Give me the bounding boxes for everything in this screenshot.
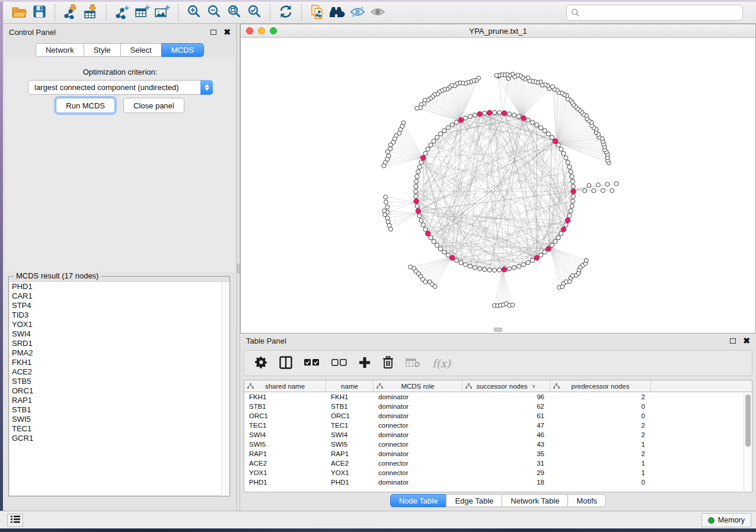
tab-style[interactable]: Style	[84, 43, 121, 57]
import-table-button[interactable]	[81, 4, 101, 21]
column-header-shared-name[interactable]: shared name	[244, 380, 326, 392]
tab-select[interactable]: Select	[120, 43, 162, 57]
mcds-list-scrollbar[interactable]	[221, 282, 229, 496]
table-row[interactable]: STB1STB1dominator620	[244, 402, 752, 411]
tab-node-table[interactable]: Node Table	[390, 494, 447, 507]
mcds-result-item[interactable]: ACE2	[9, 367, 229, 377]
table-row[interactable]: ORC1ORC1dominator610	[244, 411, 752, 421]
float-panel-icon[interactable]	[210, 30, 216, 35]
tab-network-table[interactable]: Network Table	[502, 494, 568, 507]
optimization-select[interactable]: largest connected component (undirected)	[28, 80, 213, 95]
export-network-icon	[114, 4, 130, 21]
mcds-result-item[interactable]: TID3	[9, 310, 229, 320]
save-session-button[interactable]	[29, 4, 49, 21]
table-row[interactable]: TEC1TEC1connector472	[244, 421, 752, 430]
mcds-result-list[interactable]: PHD1CAR1STP4TID3YOX1SWI4SRD1PMA2FKH1ACE2…	[9, 281, 229, 495]
zoom-selected-button[interactable]	[244, 4, 264, 21]
table-row[interactable]: ACE2ACE2connector311	[244, 459, 752, 468]
mcds-result-item[interactable]: SRD1	[9, 339, 229, 348]
mcds-result-item[interactable]: STB1	[9, 405, 229, 415]
mcds-result-item[interactable]: RAP1	[9, 396, 229, 405]
mcds-result-item[interactable]: PHD1	[9, 282, 229, 291]
mcds-result-item[interactable]: STP4	[9, 301, 229, 310]
zoom-out-icon	[207, 4, 222, 21]
network-canvas[interactable]	[241, 39, 755, 333]
mcds-result-item[interactable]: STB5	[9, 377, 229, 386]
create-column-button[interactable]	[359, 357, 371, 370]
mcds-result-item[interactable]: SWI5	[9, 415, 229, 424]
table-cell: dominator	[374, 450, 462, 457]
mcds-result-item[interactable]: GCR1	[9, 434, 229, 443]
table-row[interactable]: SWI5SWI5connector431	[244, 440, 752, 449]
hide-selected-button[interactable]	[347, 4, 368, 21]
tab-mcds[interactable]: MCDS	[161, 43, 204, 57]
first-neighbors-button[interactable]	[327, 4, 347, 21]
table-cell: ORC1	[326, 412, 374, 419]
table-scrollbar[interactable]	[744, 393, 751, 491]
column-header-successor-nodes[interactable]: successor nodes∨	[462, 380, 550, 392]
mcds-tab-content: Optimization criterion: largest connecte…	[5, 57, 235, 272]
horizontal-splitter-handle[interactable]	[494, 328, 502, 332]
column-header-name[interactable]: name	[326, 380, 374, 392]
table-cell: 31	[462, 460, 550, 467]
save-floppy-icon	[33, 5, 46, 20]
task-history-button[interactable]	[7, 514, 23, 527]
zoom-fit-button[interactable]	[224, 4, 244, 21]
table-cell: ACE2	[326, 460, 374, 467]
toolbar-divider	[106, 4, 107, 21]
table-scrollbar-thumb[interactable]	[745, 395, 751, 447]
column-header-MCDS-role[interactable]: MCDS role	[374, 380, 462, 392]
table-row[interactable]: RAP1RAP1dominator352	[244, 449, 752, 459]
control-panel-header: Control Panel ✖	[3, 24, 237, 40]
delete-column-button[interactable]	[382, 356, 394, 370]
export-table-button[interactable]	[132, 4, 152, 21]
export-network-button[interactable]	[112, 4, 132, 21]
clone-network-button[interactable]	[307, 4, 327, 21]
window-minimize-icon[interactable]	[258, 27, 265, 34]
search-icon	[571, 8, 580, 19]
import-network-button[interactable]	[60, 4, 81, 21]
show-all-button[interactable]	[368, 4, 388, 21]
table-row[interactable]: YOX1YOX1connector291	[244, 468, 752, 477]
zoom-in-button[interactable]	[184, 4, 204, 21]
mcds-result-item[interactable]: PMA2	[9, 348, 229, 358]
mcds-result-item[interactable]: SWI4	[9, 329, 229, 339]
delete-table-button[interactable]	[406, 358, 420, 369]
window-close-icon[interactable]	[246, 27, 253, 34]
table-row[interactable]: SWI4SWI4dominator462	[244, 430, 752, 440]
toggle-column-pane-button[interactable]	[279, 356, 292, 371]
tab-edge-table[interactable]: Edge Table	[446, 494, 502, 507]
select-all-columns-button[interactable]	[304, 359, 320, 368]
mcds-result-item[interactable]: FKH1	[9, 358, 229, 367]
unselect-all-columns-button[interactable]	[331, 359, 347, 368]
column-header-predecessor-nodes[interactable]: predecessor nodes	[550, 380, 651, 392]
table-row[interactable]: FKH1FKH1dominator962	[244, 392, 752, 402]
mcds-result-item[interactable]: TEC1	[9, 424, 229, 434]
close-panel-button[interactable]: Close panel	[123, 98, 184, 113]
table-cell: 0	[550, 412, 651, 419]
export-image-button[interactable]	[152, 4, 173, 21]
refresh-button[interactable]	[276, 4, 296, 21]
mcds-result-item[interactable]: CAR1	[9, 291, 229, 301]
table-row[interactable]: PHD1PHD1dominator180	[244, 477, 752, 487]
close-panel-icon[interactable]: ✖	[224, 28, 231, 36]
table-settings-button[interactable]	[255, 356, 267, 370]
close-table-panel-icon[interactable]: ✖	[743, 336, 750, 345]
float-table-panel-icon[interactable]	[730, 338, 736, 344]
mcds-result-item[interactable]: ORC1	[9, 386, 229, 396]
open-file-button[interactable]	[9, 4, 29, 21]
column-label: MCDS role	[401, 383, 434, 390]
zoom-out-button[interactable]	[204, 4, 224, 21]
memory-button[interactable]: Memory	[701, 513, 751, 527]
window-zoom-icon[interactable]	[270, 27, 277, 34]
column-label: name	[341, 383, 358, 390]
search-input[interactable]	[566, 5, 743, 21]
fx-function-icon: f(x)	[432, 357, 451, 370]
run-mcds-button[interactable]: Run MCDS	[56, 98, 115, 113]
tab-network[interactable]: Network	[36, 43, 84, 57]
mcds-result-item[interactable]: YOX1	[9, 320, 229, 329]
table-cell: SWI4	[326, 431, 374, 438]
table-cell: 96	[462, 393, 550, 400]
function-builder-button[interactable]: f(x)	[432, 357, 451, 370]
tab-motifs[interactable]: Motifs	[567, 494, 606, 507]
